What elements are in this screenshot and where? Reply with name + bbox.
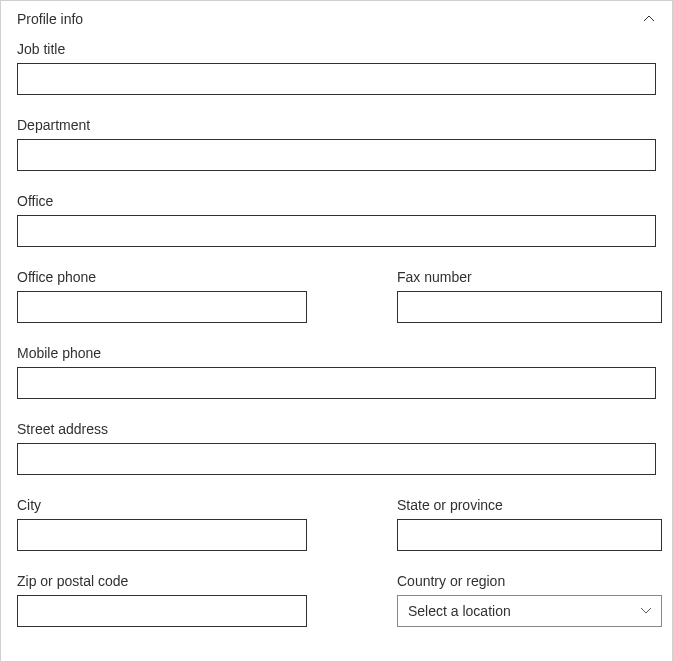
fax-number-label: Fax number [397,269,662,285]
field-city: City [17,497,307,551]
office-phone-label: Office phone [17,269,307,285]
field-zip-postal: Zip or postal code [17,573,307,627]
profile-info-panel: Profile info Job title Department Office… [0,0,673,662]
department-input[interactable] [17,139,656,171]
field-office: Office [17,193,656,247]
office-phone-input[interactable] [17,291,307,323]
field-job-title: Job title [17,41,656,95]
mobile-phone-label: Mobile phone [17,345,656,361]
field-street-address: Street address [17,421,656,475]
street-address-input[interactable] [17,443,656,475]
office-input[interactable] [17,215,656,247]
field-department: Department [17,117,656,171]
job-title-label: Job title [17,41,656,57]
fax-number-input[interactable] [397,291,662,323]
zip-postal-input[interactable] [17,595,307,627]
state-province-label: State or province [397,497,662,513]
state-province-input[interactable] [397,519,662,551]
field-country-region: Country or region Select a location [397,573,662,627]
mobile-phone-input[interactable] [17,367,656,399]
panel-header: Profile info [1,1,672,31]
field-office-phone: Office phone [17,269,307,323]
zip-postal-label: Zip or postal code [17,573,307,589]
chevron-up-icon[interactable] [642,12,656,26]
field-fax-number: Fax number [397,269,662,323]
city-input[interactable] [17,519,307,551]
field-mobile-phone: Mobile phone [17,345,656,399]
department-label: Department [17,117,656,133]
country-region-select-wrapper: Select a location [397,595,662,627]
panel-body: Job title Department Office Office phone… [1,31,672,643]
row-city-state: City State or province [17,497,656,551]
country-region-select[interactable]: Select a location [397,595,662,627]
city-label: City [17,497,307,513]
office-label: Office [17,193,656,209]
row-phone-fax: Office phone Fax number [17,269,656,323]
row-zip-country: Zip or postal code Country or region Sel… [17,573,656,627]
field-state-province: State or province [397,497,662,551]
country-region-label: Country or region [397,573,662,589]
panel-title: Profile info [17,11,83,27]
street-address-label: Street address [17,421,656,437]
job-title-input[interactable] [17,63,656,95]
